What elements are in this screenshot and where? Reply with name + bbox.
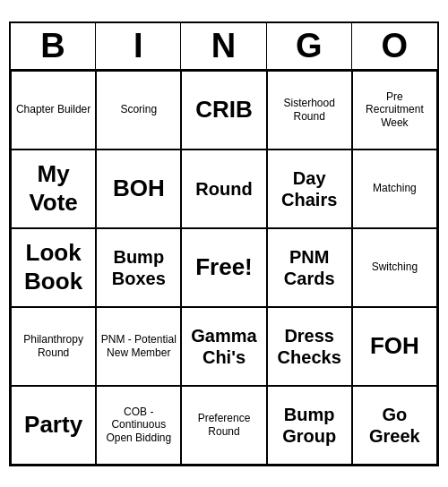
bingo-header-N: N — [181, 23, 266, 69]
bingo-header: BINGO — [11, 23, 437, 71]
bingo-grid: Chapter BuilderScoringCRIBSisterhood Rou… — [11, 71, 437, 465]
bingo-cell-7: Round — [181, 150, 266, 228]
bingo-cell-10: Look Book — [11, 228, 96, 307]
bingo-header-I: I — [96, 23, 181, 69]
bingo-cell-6: BOH — [96, 150, 181, 228]
bingo-cell-19: FOH — [352, 307, 437, 386]
bingo-cell-5: My Vote — [11, 150, 96, 228]
bingo-cell-14: Switching — [352, 228, 437, 307]
bingo-cell-24: Go Greek — [352, 386, 437, 465]
bingo-cell-17: Gamma Chi's — [181, 307, 266, 386]
bingo-cell-22: Preference Round — [181, 386, 266, 465]
bingo-header-O: O — [352, 23, 437, 69]
bingo-cell-18: Dress Checks — [267, 307, 352, 386]
bingo-cell-1: Scoring — [96, 71, 181, 150]
bingo-cell-3: Sisterhood Round — [267, 71, 352, 150]
bingo-header-B: B — [11, 23, 96, 69]
bingo-cell-23: Bump Group — [267, 386, 352, 465]
bingo-cell-15: Philanthropy Round — [11, 307, 96, 386]
bingo-cell-0: Chapter Builder — [11, 71, 96, 150]
bingo-cell-20: Party — [11, 386, 96, 465]
bingo-card: BINGO Chapter BuilderScoringCRIBSisterho… — [9, 21, 439, 466]
bingo-cell-13: PNM Cards — [267, 228, 352, 307]
bingo-cell-21: COB - Continuous Open Bidding — [96, 386, 181, 465]
bingo-cell-4: Pre Recruitment Week — [352, 71, 437, 150]
bingo-cell-16: PNM - Potential New Member — [96, 307, 181, 386]
bingo-header-G: G — [267, 23, 352, 69]
bingo-cell-2: CRIB — [181, 71, 266, 150]
bingo-cell-8: Day Chairs — [267, 150, 352, 228]
bingo-cell-12: Free! — [181, 228, 266, 307]
bingo-cell-9: Matching — [352, 150, 437, 228]
bingo-cell-11: Bump Boxes — [96, 228, 181, 307]
